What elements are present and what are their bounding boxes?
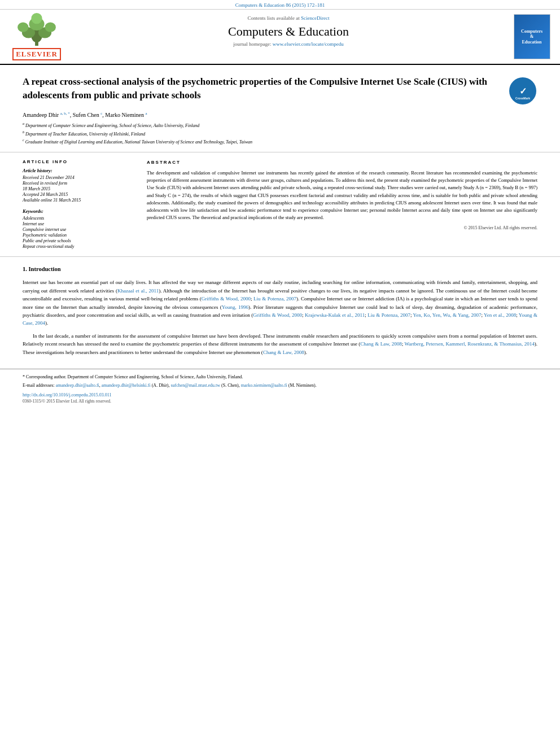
abstract-heading: ABSTRACT — [147, 159, 537, 166]
ref-liu-potenza-2[interactable]: Liu & Potenza, 2007 — [368, 312, 410, 318]
journal-header: ELSEVIER Contents lists available at Sci… — [0, 10, 560, 65]
contents-line: Contents lists available at ScienceDirec… — [68, 15, 509, 21]
keyword-1: Adolescents — [23, 216, 135, 221]
ref-liu-potenza[interactable]: Liu & Potenza, 2007 — [253, 296, 296, 302]
journal-homepage-link[interactable]: www.elsevier.com/locate/compedu — [273, 41, 344, 47]
publisher-logo-area: ELSEVIER — [6, 13, 68, 60]
crossmark-icon: ✓ CrossMark — [509, 77, 536, 104]
keyword-4: Psychometric validation — [23, 233, 135, 238]
sciencedirect-link[interactable]: ScienceDirect — [301, 15, 329, 21]
intro-para-2: In the last decade, a number of instrume… — [23, 332, 537, 356]
svg-text:CrossMark: CrossMark — [515, 97, 530, 100]
journal-cover-area: Computers&Education — [509, 13, 554, 60]
keyword-3: Compulsive internet use — [23, 227, 135, 232]
ref-wartberg[interactable]: Wartberg, Petersen, Kammerl, Rosenkranz,… — [405, 341, 535, 347]
ref-khazaal[interactable]: Khazaal et al., 2011 — [117, 288, 159, 294]
ref-griffiths-wood-2000[interactable]: Griffiths & Wood, 2000 — [202, 296, 251, 302]
author-marko-sup: a — [145, 111, 147, 116]
date-accepted: Accepted 24 March 2015 — [23, 192, 135, 197]
elsevier-brand: ELSEVIER — [12, 48, 61, 60]
affiliations: a Department of Computer Science and Eng… — [23, 121, 537, 146]
email-nieminen[interactable]: marko.nieminen@aalto.fi — [241, 383, 287, 388]
journal-ref-text: Computers & Education 86 (2015) 172–181 — [235, 2, 325, 8]
date-revised: 18 March 2015 — [23, 186, 135, 191]
journal-cover-image: Computers&Education — [514, 14, 550, 59]
affiliation-a: a Department of Computer Science and Eng… — [23, 121, 537, 129]
author-amandeep-sup: a, b, * — [60, 111, 70, 116]
author-sufen: Sufen Chen — [73, 112, 99, 118]
doi-link[interactable]: http://dx.doi.org/10.1016/j.compedu.2015… — [23, 392, 537, 397]
intro-heading: 1. Introduction — [23, 265, 537, 274]
journal-homepage: journal homepage: www.elsevier.com/locat… — [68, 41, 509, 47]
article-title: A repeat cross-sectional analysis of the… — [23, 75, 509, 102]
date-received: Received 21 December 2014 — [23, 175, 135, 180]
body-section: 1. Introduction Internet use has become … — [0, 257, 560, 369]
svg-point-4 — [18, 22, 28, 32]
ref-griffiths-wood-2000b[interactable]: Griffiths & Wood, 2000 — [253, 312, 302, 318]
corresponding-note: * Corresponding author. Department of Co… — [23, 374, 537, 381]
affiliation-c: c Graduate Institute of Digital Learning… — [23, 138, 537, 146]
intro-para-1: Internet use has become an essential par… — [23, 278, 537, 327]
ref-yen-ko[interactable]: Yen, Ko, Yen, Wu, & Yang, 2007 — [413, 312, 482, 318]
keywords-label: Keywords: — [23, 208, 135, 214]
svg-point-5 — [45, 22, 56, 32]
article-history-label: Article history: — [23, 168, 135, 173]
crossmark-badge: ✓ CrossMark — [509, 77, 537, 106]
keyword-5: Public and private schools — [23, 238, 135, 243]
ref-krajewska[interactable]: Krajewska-Kulak et al., 2011 — [305, 312, 365, 318]
ref-chang-law[interactable]: Chang & Law, 2008 — [360, 341, 401, 347]
affiliation-b: b Department of Teacher Education, Unive… — [23, 130, 537, 138]
keyword-2: Internet use — [23, 221, 135, 226]
article-info-panel: ARTICLE INFO Article history: Received 2… — [23, 159, 135, 250]
date-available: Available online 31 March 2015 — [23, 198, 135, 203]
svg-text:✓: ✓ — [519, 86, 527, 96]
issn-line: 0360-1315/© 2015 Elsevier Ltd. All right… — [23, 399, 537, 404]
authors-line: Amandeep Dhir a, b, *, Sufen Chen c, Mar… — [23, 111, 537, 118]
article-title-row: A repeat cross-sectional analysis of the… — [23, 75, 537, 106]
elsevier-logo: ELSEVIER — [12, 13, 61, 60]
journal-title: Computers & Education — [68, 24, 509, 39]
date-revised-label: Received in revised form — [23, 181, 135, 186]
article-info-abstract: ARTICLE INFO Article history: Received 2… — [0, 152, 560, 257]
ref-yen-2008[interactable]: Yen et al., 2008 — [484, 312, 516, 318]
email-label: E-mail addresses: — [23, 383, 56, 388]
crossmark-svg: ✓ CrossMark — [511, 80, 534, 102]
svg-point-7 — [31, 13, 42, 24]
author-amandeep: Amandeep Dhir — [23, 112, 59, 118]
copyright-line: © 2015 Elsevier Ltd. All rights reserved… — [147, 225, 537, 231]
email-dhir-helsinki[interactable]: amandeep.dhir@helsinki.fi — [102, 383, 151, 388]
article-header: A repeat cross-sectional analysis of the… — [0, 65, 560, 152]
journal-title-area: Contents lists available at ScienceDirec… — [68, 13, 509, 60]
email-chen[interactable]: sufchen@mail.ntust.edu.tw — [170, 383, 220, 388]
email-addresses: E-mail addresses: amandeep.dhir@aalto.fi… — [23, 382, 537, 389]
author-marko: Marko Nieminen — [105, 112, 144, 118]
keyword-6: Repeat cross-sectional study — [23, 244, 135, 249]
abstract-text: The development and validation of compul… — [147, 169, 537, 221]
elsevier-tree-icon — [17, 13, 56, 47]
article-info-heading: ARTICLE INFO — [23, 159, 135, 164]
email-dhir-aalto[interactable]: amandeep.dhir@aalto.fi — [56, 383, 99, 388]
abstract-panel: ABSTRACT The development and validation … — [147, 159, 537, 250]
ref-chang-law-2[interactable]: Chang & Law, 2008 — [263, 350, 304, 355]
footer: * Corresponding author. Department of Co… — [0, 369, 560, 408]
journal-reference: Computers & Education 86 (2015) 172–181 — [0, 0, 560, 10]
author-sufen-sup: c — [100, 111, 102, 116]
keywords-section: Keywords: Adolescents Internet use Compu… — [23, 208, 135, 249]
ref-young-1996[interactable]: Young, 1996 — [222, 304, 248, 310]
